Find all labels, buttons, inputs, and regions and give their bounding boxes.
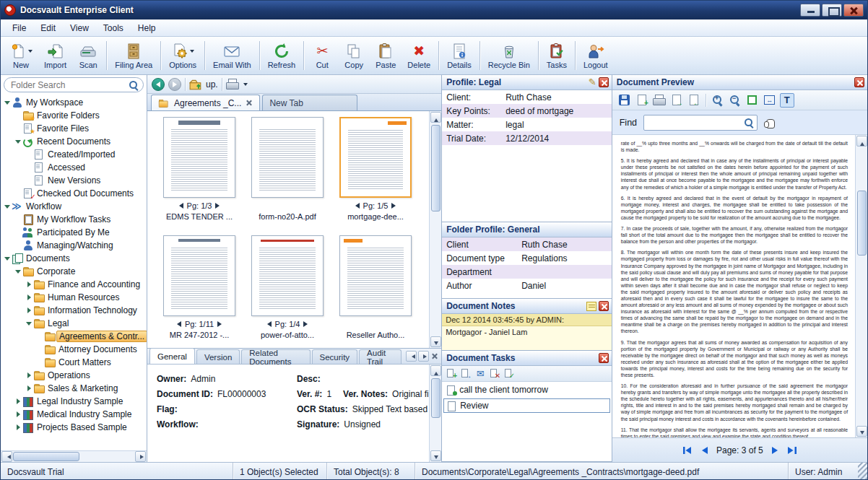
sidebar-horizontal-scrollbar[interactable] xyxy=(1,450,147,462)
panel-close-icon[interactable] xyxy=(854,77,864,87)
tab-scroll-left-icon[interactable] xyxy=(406,351,417,362)
document-thumbnail[interactable]: Pg: 1/3 EDMS TENDER ... xyxy=(155,117,243,235)
tree-item-my-workspace[interactable]: My Workspace xyxy=(1,96,147,109)
menu-file[interactable]: File xyxy=(5,21,33,35)
logout-button[interactable]: Logout xyxy=(578,38,614,74)
expander-icon[interactable] xyxy=(25,372,33,380)
add-note-icon[interactable] xyxy=(586,302,596,311)
scroll-left-icon[interactable] xyxy=(1,451,12,462)
panel-close-icon[interactable] xyxy=(599,77,609,87)
scrollbar-thumb[interactable] xyxy=(431,125,440,211)
dropdown-arrow-icon[interactable] xyxy=(28,50,32,55)
thumbnail-image[interactable] xyxy=(339,117,412,198)
expander-icon[interactable] xyxy=(14,268,22,276)
scroll-up-icon[interactable] xyxy=(430,365,441,376)
email-with-button[interactable]: Email With xyxy=(207,38,257,74)
scrollbar-track[interactable] xyxy=(431,377,440,450)
tab-scroll-right-icon[interactable] xyxy=(418,351,429,362)
thumb-next-page-icon[interactable] xyxy=(215,203,222,209)
paste-button[interactable]: Paste xyxy=(370,38,402,74)
forward-button[interactable] xyxy=(168,78,181,91)
extract-page-icon[interactable]: ← xyxy=(687,93,701,108)
export-page-icon[interactable]: + xyxy=(635,93,649,108)
scroll-right-icon[interactable] xyxy=(135,451,146,462)
tab-close-icon[interactable] xyxy=(245,99,253,107)
find-search-icon[interactable] xyxy=(744,118,754,128)
scrollbar-thumb[interactable] xyxy=(431,378,440,418)
print-dropdown-icon[interactable] xyxy=(243,83,248,88)
refresh-button[interactable]: Refresh xyxy=(262,38,302,74)
expander-icon[interactable] xyxy=(4,203,12,211)
detail-panel-close-icon[interactable] xyxy=(430,352,438,360)
tree-item-corporate[interactable]: Corporate xyxy=(1,265,147,278)
tree-item-workflow[interactable]: ≫Workflow xyxy=(1,200,147,213)
tree-item-medical-industry-sample[interactable]: Medical Industry Sample xyxy=(1,408,147,421)
send-page-icon[interactable]: → xyxy=(669,93,684,108)
panel-close-icon[interactable] xyxy=(599,353,609,363)
zoom-in-icon[interactable]: + xyxy=(711,93,725,108)
task-item[interactable]: call the client tomorrow xyxy=(443,383,610,397)
tree-item-operations[interactable]: Operations xyxy=(1,369,147,382)
scan-button[interactable]: Scan xyxy=(72,38,104,74)
scrollbar-thumb[interactable] xyxy=(13,452,79,461)
copy-button[interactable]: Copy xyxy=(338,38,370,74)
tab-new-tab[interactable]: New Tab xyxy=(262,95,357,110)
expander-icon[interactable] xyxy=(25,281,33,289)
tree-item-new-versions[interactable]: New Versions xyxy=(1,174,147,187)
scrollbar-track[interactable] xyxy=(431,123,440,336)
back-button[interactable] xyxy=(152,78,165,91)
search-icon[interactable] xyxy=(129,80,139,90)
details-button[interactable]: Details xyxy=(441,38,477,74)
complete-task-icon[interactable]: ✓ xyxy=(503,368,515,379)
delete-task-icon[interactable]: ✕ xyxy=(489,368,500,379)
pan-hand-icon[interactable] xyxy=(764,116,776,129)
tree-item-court-matters[interactable]: Court Matters xyxy=(1,356,147,369)
tree-item-information-technology[interactable]: Information Technology xyxy=(1,304,147,317)
cut-button[interactable]: ✂ Cut xyxy=(306,38,338,74)
scroll-down-icon[interactable] xyxy=(430,336,441,347)
tree-item-checked-out-documents[interactable]: ✓Checked Out Documents xyxy=(1,187,147,200)
thumb-prev-page-icon[interactable] xyxy=(176,203,183,209)
document-thumbnail[interactable]: Reseller Autho... xyxy=(331,235,420,354)
tasks-button[interactable]: Tasks xyxy=(541,38,573,74)
expander-icon[interactable] xyxy=(25,385,33,393)
first-page-icon[interactable] xyxy=(682,446,693,455)
thumbnail-image[interactable] xyxy=(163,235,235,316)
expander-icon[interactable] xyxy=(25,320,33,328)
tree-item-favorite-folders[interactable]: ★Favorite Folders xyxy=(1,109,147,122)
minimize-button[interactable] xyxy=(800,4,820,17)
email-task-icon[interactable]: ✉ xyxy=(474,368,486,379)
expander-icon[interactable] xyxy=(14,398,22,406)
menu-tools[interactable]: Tools xyxy=(96,21,131,35)
zoom-out-icon[interactable]: − xyxy=(728,93,742,108)
tree-item-legal-industry-sample[interactable]: Legal Industry Sample xyxy=(1,395,147,408)
save-icon[interactable] xyxy=(617,93,632,108)
expander-icon[interactable] xyxy=(14,138,22,146)
fit-page-icon[interactable] xyxy=(745,93,760,108)
tree-item-legal[interactable]: Legal xyxy=(1,317,147,330)
detail-scrollbar[interactable] xyxy=(429,365,441,462)
panel-close-icon[interactable] xyxy=(599,301,609,311)
tree-item-favorite-files[interactable]: ★Favorite Files xyxy=(1,122,147,135)
menu-edit[interactable]: Edit xyxy=(33,21,63,35)
menu-view[interactable]: View xyxy=(63,21,96,35)
text-select-icon[interactable]: T xyxy=(780,93,794,108)
tree-item-recent-documents[interactable]: Recent Documents xyxy=(1,135,147,148)
scroll-down-icon[interactable] xyxy=(856,426,867,437)
folder-up-icon[interactable] xyxy=(189,78,202,91)
tab-audit-trail[interactable]: Audit Trail xyxy=(359,349,402,364)
fit-width-icon[interactable]: ↔ xyxy=(763,93,777,108)
thumb-prev-page-icon[interactable] xyxy=(174,321,181,327)
tree-item-participated-by-me[interactable]: Participated By Me xyxy=(1,226,147,239)
tree-item-agreements-contracts[interactable]: Agreements & Contr... xyxy=(1,330,147,343)
import-button[interactable]: Import xyxy=(38,38,72,74)
thumbnail-image[interactable] xyxy=(251,235,324,316)
close-button[interactable] xyxy=(843,4,864,17)
expander-icon[interactable] xyxy=(14,411,22,419)
tree-item-created-imported[interactable]: Created/Imported xyxy=(1,148,147,161)
up-button[interactable]: up. xyxy=(206,79,218,90)
expander-icon[interactable] xyxy=(14,424,22,432)
next-page-icon[interactable] xyxy=(771,446,779,455)
thumbnail-image[interactable] xyxy=(163,117,235,198)
new-button[interactable]: New xyxy=(4,38,38,74)
